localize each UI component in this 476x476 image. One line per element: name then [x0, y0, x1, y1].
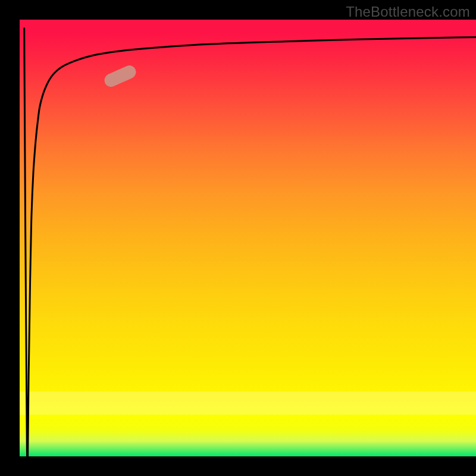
bottleneck-curve	[20, 20, 476, 456]
chart-plot-area	[20, 20, 476, 456]
attribution-text: TheBottleneck.com	[346, 4, 470, 20]
